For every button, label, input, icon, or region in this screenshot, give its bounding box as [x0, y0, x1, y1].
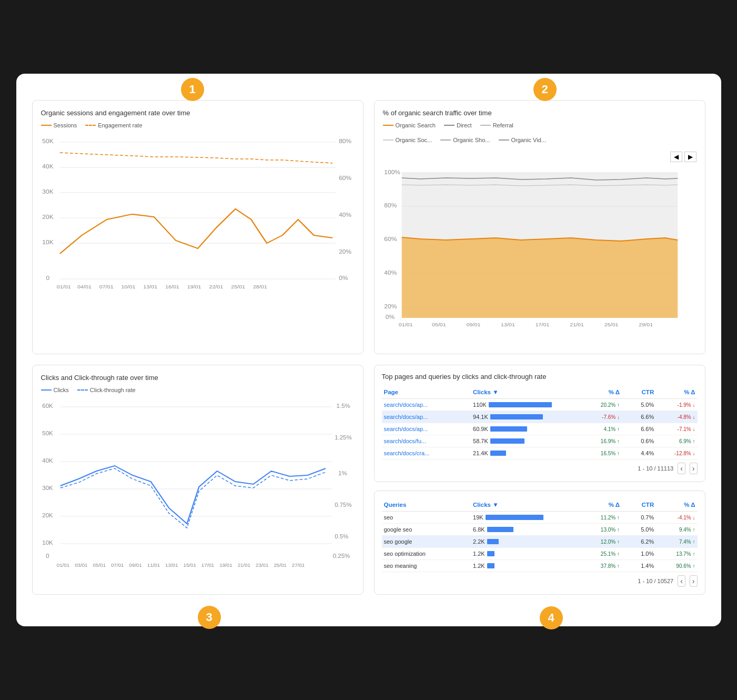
- col-clicks[interactable]: Clicks ▼: [471, 386, 581, 399]
- col-q-ctr-delta: % Δ: [656, 498, 697, 512]
- svg-text:80%: 80%: [339, 138, 351, 144]
- cell-page: search/docs/cra...: [382, 447, 471, 459]
- table-row: search/docs/cra... 21.4K 16.5% 4.4% -12.…: [382, 447, 698, 459]
- cell-page: search/docs/ap...: [382, 423, 471, 435]
- svg-text:1.25%: 1.25%: [335, 435, 352, 441]
- svg-text:01/01: 01/01: [56, 284, 70, 289]
- legend-engagement: Engagement rate: [85, 122, 142, 128]
- badge-4: 4: [540, 606, 563, 629]
- svg-text:1%: 1%: [338, 471, 347, 476]
- panel4-title: Top pages and queries by clicks and clic…: [382, 373, 698, 381]
- svg-text:21/01: 21/01: [570, 322, 584, 327]
- cell-q-pct-delta: 12.0%: [581, 536, 622, 548]
- svg-text:03/01: 03/01: [75, 563, 87, 568]
- cell-q-ctr: 1.0%: [622, 548, 656, 560]
- legend-sessions: Sessions: [41, 122, 77, 128]
- col-ctr: CTR: [622, 386, 656, 399]
- svg-text:05/01: 05/01: [93, 563, 105, 568]
- svg-text:19/01: 19/01: [187, 284, 201, 289]
- cell-ctr: 4.4%: [622, 447, 656, 459]
- cell-q-ctr-delta: 7.4%: [656, 536, 697, 548]
- legend-referral: Referral: [480, 122, 513, 128]
- svg-text:29/01: 29/01: [639, 322, 653, 327]
- pages-pagination: 1 - 10 / 11113 ‹ ›: [382, 463, 698, 474]
- queries-table-panel: Queries Clicks ▼ % Δ CTR % Δ seo 19K 11.…: [374, 491, 705, 595]
- pages-next-btn[interactable]: ›: [690, 463, 698, 474]
- cell-query: google seo: [382, 524, 471, 536]
- badge-1: 1: [181, 78, 204, 101]
- svg-text:20%: 20%: [384, 304, 397, 309]
- cell-q-ctr: 6.2%: [622, 536, 656, 548]
- pages-prev-btn[interactable]: ‹: [678, 463, 685, 474]
- svg-text:04/01: 04/01: [77, 284, 92, 289]
- cell-q-ctr-delta: -4.1%: [656, 512, 697, 524]
- legend-next-btn[interactable]: ▶: [684, 152, 696, 162]
- cell-q-ctr-delta: 90.6%: [656, 560, 697, 572]
- panel1-chart: 50K 40K 30K 20K 10K 0 80% 60% 40% 20% 0%: [41, 133, 355, 312]
- svg-text:25/01: 25/01: [274, 563, 286, 568]
- svg-text:10/01: 10/01: [121, 284, 135, 289]
- svg-text:25/01: 25/01: [231, 284, 245, 289]
- cell-ctr-delta: -4.8%: [656, 411, 697, 423]
- cell-clicks: 110K: [471, 399, 581, 411]
- cell-query: seo optimization: [382, 548, 471, 560]
- table-row: search/docs/ap... 94.1K -7.6% 6.6% -4.8%: [382, 411, 698, 423]
- table-row: search/docs/ap... 60.9K 4.1% 6.6% -7.1%: [382, 423, 698, 435]
- queries-next-btn[interactable]: ›: [690, 575, 698, 587]
- col-q-clicks[interactable]: Clicks ▼: [471, 498, 581, 512]
- svg-text:0.5%: 0.5%: [335, 534, 349, 539]
- cell-ctr: 6.6%: [622, 411, 656, 423]
- pages-table-panel: Top pages and queries by clicks and clic…: [374, 365, 705, 482]
- svg-text:50K: 50K: [42, 138, 54, 144]
- panel-top-pages-queries: Top pages and queries by clicks and clic…: [374, 365, 705, 595]
- pages-table: Page Clicks ▼ % Δ CTR % Δ search/docs/ap…: [382, 386, 698, 459]
- col-page[interactable]: Page: [382, 386, 471, 399]
- svg-text:28/01: 28/01: [253, 284, 267, 289]
- svg-text:09/01: 09/01: [466, 322, 480, 327]
- svg-text:13/01: 13/01: [501, 322, 515, 327]
- panel-organic-traffic: % of organic search traffic over time Or…: [374, 100, 705, 354]
- cell-clicks: 60.9K: [471, 423, 581, 435]
- cell-ctr: 0.6%: [622, 435, 656, 447]
- cell-query: seo: [382, 512, 471, 524]
- svg-text:25/01: 25/01: [604, 322, 618, 327]
- svg-text:0.75%: 0.75%: [335, 502, 352, 508]
- cell-ctr-delta: -1.9%: [656, 399, 697, 411]
- cell-clicks: 21.4K: [471, 447, 581, 459]
- cell-page: search/docs/ap...: [382, 411, 471, 423]
- svg-text:05/01: 05/01: [431, 322, 446, 327]
- cell-ctr: 6.6%: [622, 423, 656, 435]
- svg-text:01/01: 01/01: [398, 322, 412, 327]
- legend-organic-social: Organic Soc...: [383, 137, 432, 143]
- col-q-pct-delta: % Δ: [581, 498, 622, 512]
- badge-3: 3: [198, 606, 221, 629]
- legend-organic-shopping: Organic Sho...: [440, 137, 490, 143]
- panel2-chart: 100% 80% 60% 40% 20% 0%: [383, 166, 696, 345]
- queries-prev-btn[interactable]: ‹: [678, 575, 685, 587]
- svg-text:09/01: 09/01: [129, 563, 142, 568]
- col-query[interactable]: Queries: [382, 498, 471, 512]
- cell-ctr-delta: 6.9%: [656, 435, 697, 447]
- svg-text:21/01: 21/01: [237, 563, 250, 568]
- svg-text:40%: 40%: [339, 212, 351, 218]
- cell-clicks: 94.1K: [471, 411, 581, 423]
- panel-clicks-ctr: Clicks and Click-through rate over time …: [32, 365, 364, 595]
- svg-text:13/01: 13/01: [143, 284, 157, 289]
- col-q-ctr: CTR: [622, 498, 656, 512]
- cell-q-clicks: 1.2K: [471, 560, 581, 572]
- queries-pagination: 1 - 10 / 10527 ‹ ›: [382, 575, 698, 587]
- svg-text:19/01: 19/01: [219, 563, 232, 568]
- cell-ctr-delta: -7.1%: [656, 423, 697, 435]
- svg-text:10K: 10K: [42, 239, 54, 245]
- legend-direct: Direct: [444, 122, 472, 128]
- cell-q-ctr-delta: 13.7%: [656, 548, 697, 560]
- svg-text:01/01: 01/01: [56, 563, 69, 568]
- svg-text:11/01: 11/01: [147, 563, 159, 568]
- cell-q-clicks: 2.2K: [471, 536, 581, 548]
- legend-prev-btn[interactable]: ◀: [670, 152, 682, 162]
- cell-pct-delta: 16.9%: [581, 435, 622, 447]
- legend-organic-search: Organic Search: [383, 122, 436, 128]
- cell-q-ctr: 1.4%: [622, 560, 656, 572]
- cell-q-clicks: 19K: [471, 512, 581, 524]
- svg-text:80%: 80%: [384, 203, 397, 208]
